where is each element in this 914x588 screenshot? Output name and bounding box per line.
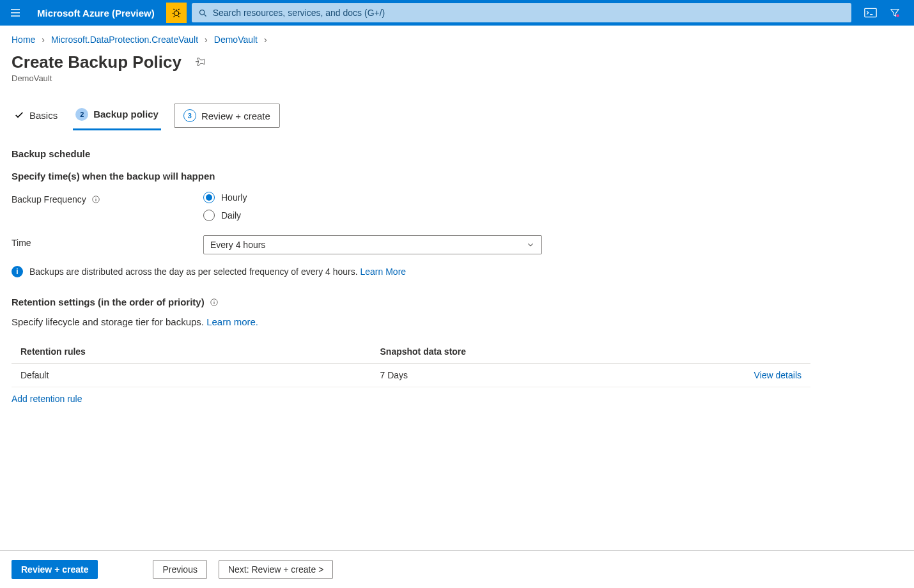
check-icon <box>14 110 24 120</box>
chevron-right-icon: › <box>264 35 267 45</box>
previous-button[interactable]: Previous <box>153 560 206 579</box>
add-retention-rule-link[interactable]: Add retention rule <box>12 394 82 404</box>
hamburger-icon[interactable] <box>5 3 26 23</box>
breadcrumb-demovault[interactable]: DemoVault <box>214 35 258 45</box>
rule-store: 7 Days <box>371 364 651 387</box>
breadcrumb: Home › Microsoft.DataProtection.CreateVa… <box>0 26 914 50</box>
title-area: Create Backup Policy DemoVault <box>0 50 914 86</box>
review-create-button[interactable]: Review + create <box>12 560 98 579</box>
cloud-shell-icon[interactable] <box>860 3 881 23</box>
tab-review-create[interactable]: 3 Review + create <box>174 104 280 128</box>
radio-label: Daily <box>221 210 241 220</box>
search-input[interactable] <box>208 8 845 18</box>
search-box[interactable] <box>192 3 851 22</box>
page-subtitle: DemoVault <box>12 74 902 83</box>
retention-subtext: Specify lifecycle and storage tier for b… <box>12 316 204 327</box>
frequency-label: Backup Frequency <box>12 194 86 205</box>
info-icon: i <box>12 266 23 277</box>
form-content: Backup schedule Specify time(s) when the… <box>0 130 914 550</box>
retention-learn-more-link[interactable]: Learn more. <box>206 316 258 327</box>
svg-point-1 <box>199 10 205 15</box>
retention-heading: Retention settings (in the order of prio… <box>12 297 205 307</box>
tab-step-number: 3 <box>183 109 196 122</box>
learn-more-link[interactable]: Learn More <box>360 267 407 277</box>
svg-point-0 <box>174 11 179 16</box>
info-icon[interactable] <box>210 298 219 307</box>
time-select[interactable]: Every 4 hours <box>203 235 542 254</box>
schedule-heading: Backup schedule <box>12 148 902 159</box>
view-details-link[interactable]: View details <box>754 370 802 380</box>
col-snapshot-store: Snapshot data store <box>371 340 651 364</box>
retention-table: Retention rules Snapshot data store Defa… <box>12 340 810 410</box>
page-title: Create Backup Policy <box>12 52 182 72</box>
chevron-down-icon <box>526 240 535 249</box>
info-banner: i Backups are distributed across the day… <box>12 266 902 277</box>
search-icon <box>198 8 208 18</box>
bug-icon[interactable] <box>166 3 187 23</box>
schedule-subheading: Specify time(s) when the backup will hap… <box>12 171 902 182</box>
pin-icon[interactable] <box>192 54 210 72</box>
tab-basics[interactable]: Basics <box>12 106 60 128</box>
tab-label: Basics <box>29 110 58 121</box>
next-button[interactable]: Next: Review + create > <box>219 560 333 579</box>
filter-icon[interactable] <box>885 3 905 23</box>
tab-label: Review + create <box>201 111 270 121</box>
svg-rect-2 <box>865 8 876 17</box>
info-text: Backups are distributed across the day a… <box>29 267 358 277</box>
top-bar: Microsoft Azure (Preview) <box>0 0 914 26</box>
table-row: Default 7 Days View details <box>12 364 810 387</box>
brand-label: Microsoft Azure (Preview) <box>31 8 161 19</box>
tab-backup-policy[interactable]: 2 Backup policy <box>73 104 161 130</box>
chevron-right-icon: › <box>42 35 45 45</box>
tab-label: Backup policy <box>93 109 159 120</box>
time-label: Time <box>12 238 31 248</box>
breadcrumb-home[interactable]: Home <box>12 35 35 45</box>
radio-label: Hourly <box>221 192 247 203</box>
frequency-hourly-radio[interactable]: Hourly <box>203 192 247 203</box>
breadcrumb-createvault[interactable]: Microsoft.DataProtection.CreateVault <box>51 35 198 45</box>
rule-name: Default <box>12 364 371 387</box>
info-icon[interactable] <box>91 195 100 204</box>
tab-bar: Basics 2 Backup policy 3 Review + create <box>0 86 914 130</box>
frequency-radio-group: Hourly Daily <box>203 192 247 221</box>
frequency-daily-radio[interactable]: Daily <box>203 210 247 221</box>
chevron-right-icon: › <box>205 35 208 45</box>
tab-step-number: 2 <box>75 108 88 121</box>
time-select-value: Every 4 hours <box>210 240 265 250</box>
footer-bar: Review + create Previous Next: Review + … <box>0 550 914 588</box>
col-retention-rules: Retention rules <box>12 340 371 364</box>
svg-point-3 <box>896 14 899 17</box>
